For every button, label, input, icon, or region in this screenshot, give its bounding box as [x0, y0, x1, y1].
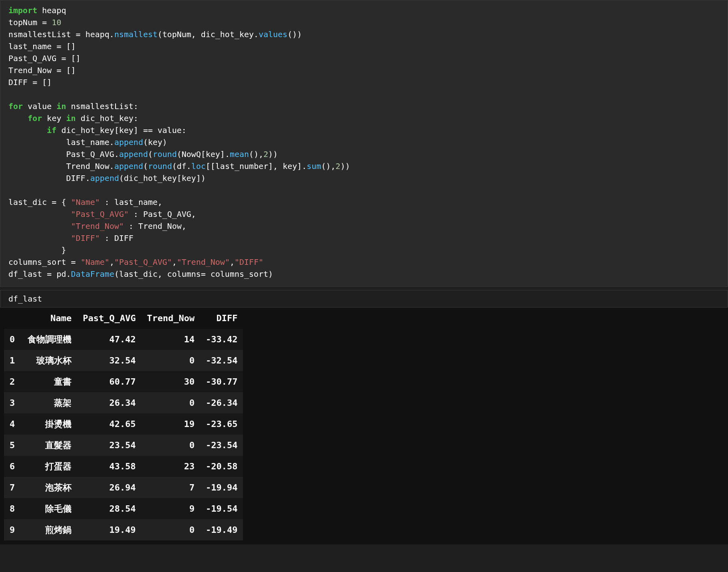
- cell-index: 7: [4, 477, 22, 498]
- table-row: 1玻璃水杯32.540-32.54: [4, 350, 243, 371]
- col-header-index: [4, 308, 22, 329]
- cell-name: 煎烤鍋: [22, 519, 77, 540]
- col-header-pastqavg: Past_Q_AVG: [77, 308, 141, 329]
- table-row: 8除毛儀28.549-19.54: [4, 498, 243, 519]
- cell-pastqavg: 23.54: [77, 435, 141, 456]
- cell-trendnow: 0: [141, 519, 200, 540]
- col-header-trendnow: Trend_Now: [141, 308, 200, 329]
- table-row: 7泡茶杯26.947-19.94: [4, 477, 243, 498]
- cell-name: 掛燙機: [22, 413, 77, 435]
- cell-name: 除毛儀: [22, 498, 77, 519]
- cell-name: 玻璃水杯: [22, 350, 77, 371]
- cell-pastqavg: 19.49: [77, 519, 141, 540]
- table-row: 6打蛋器43.5823-20.58: [4, 456, 243, 477]
- keyword-import: import: [8, 6, 37, 15]
- col-header-name: Name: [22, 308, 77, 329]
- cell-index: 1: [4, 350, 22, 371]
- cell-pastqavg: 26.94: [77, 477, 141, 498]
- table-header-row: Name Past_Q_AVG Trend_Now DIFF: [4, 308, 243, 329]
- cell-pastqavg: 47.42: [77, 329, 141, 350]
- table-row: 0食物調理機47.4214-33.42: [4, 329, 243, 350]
- cell-name: 直髮器: [22, 435, 77, 456]
- col-header-diff: DIFF: [200, 308, 243, 329]
- code-block-2[interactable]: df_last: [8, 293, 720, 305]
- cell-pastqavg: 28.54: [77, 498, 141, 519]
- cell-trendnow: 9: [141, 498, 200, 519]
- cell-trendnow: 0: [141, 392, 200, 413]
- table-row: 4掛燙機42.6519-23.65: [4, 413, 243, 435]
- cell-index: 5: [4, 435, 22, 456]
- cell-diff: -23.65: [200, 413, 243, 435]
- cell-pastqavg: 43.58: [77, 456, 141, 477]
- cell-diff: -19.54: [200, 498, 243, 519]
- dataframe-table: Name Past_Q_AVG Trend_Now DIFF 0食物調理機47.…: [4, 308, 243, 540]
- cell-name: 打蛋器: [22, 456, 77, 477]
- cell-pastqavg: 42.65: [77, 413, 141, 435]
- cell-diff: -19.94: [200, 477, 243, 498]
- cell-diff: -26.34: [200, 392, 243, 413]
- cell-index: 9: [4, 519, 22, 540]
- cell-name: 泡茶杯: [22, 477, 77, 498]
- cell-diff: -30.77: [200, 371, 243, 392]
- output-dataframe: Name Past_Q_AVG Trend_Now DIFF 0食物調理機47.…: [0, 308, 728, 544]
- cell-index: 0: [4, 329, 22, 350]
- cell-diff: -23.54: [200, 435, 243, 456]
- code-cell-2[interactable]: df_last: [0, 290, 728, 308]
- keyword-for: for: [8, 101, 23, 111]
- cell-index: 8: [4, 498, 22, 519]
- cell-diff: -20.58: [200, 456, 243, 477]
- cell-pastqavg: 32.54: [77, 350, 141, 371]
- cell-trendnow: 23: [141, 456, 200, 477]
- cell-pastqavg: 26.34: [77, 392, 141, 413]
- cell-name: 童書: [22, 371, 77, 392]
- cell-diff: -32.54: [200, 350, 243, 371]
- cell-trendnow: 0: [141, 350, 200, 371]
- cell-index: 2: [4, 371, 22, 392]
- cell-index: 4: [4, 413, 22, 435]
- cell-trendnow: 19: [141, 413, 200, 435]
- code-cell-1[interactable]: import heapq topNum = 10 nsmallestList =…: [0, 0, 728, 287]
- code-block[interactable]: import heapq topNum = 10 nsmallestList =…: [8, 4, 720, 280]
- cell-pastqavg: 60.77: [77, 371, 141, 392]
- cell-diff: -33.42: [200, 329, 243, 350]
- keyword-if: if: [47, 125, 56, 135]
- cell-name: 食物調理機: [22, 329, 77, 350]
- cell-name: 蒸架: [22, 392, 77, 413]
- cell-trendnow: 30: [141, 371, 200, 392]
- table-row: 2童書60.7730-30.77: [4, 371, 243, 392]
- table-row: 3蒸架26.340-26.34: [4, 392, 243, 413]
- cell-trendnow: 7: [141, 477, 200, 498]
- cell-index: 6: [4, 456, 22, 477]
- cell-diff: -19.49: [200, 519, 243, 540]
- table-row: 9煎烤鍋19.490-19.49: [4, 519, 243, 540]
- table-row: 5直髮器23.540-23.54: [4, 435, 243, 456]
- cell-trendnow: 0: [141, 435, 200, 456]
- cell-index: 3: [4, 392, 22, 413]
- cell-trendnow: 14: [141, 329, 200, 350]
